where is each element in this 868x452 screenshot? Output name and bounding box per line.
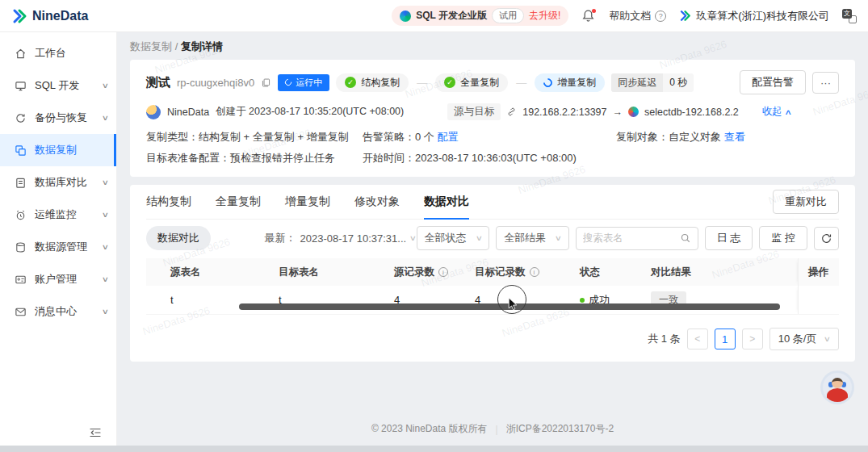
- recompare-button[interactable]: 重新对比: [773, 190, 839, 214]
- sidebar-item-ops-monitor[interactable]: 运维监控: [0, 199, 116, 231]
- ninedata-logo-icon: [11, 8, 27, 24]
- replication-object-view-link[interactable]: 查看: [724, 131, 745, 143]
- cell-actions: [798, 286, 839, 314]
- table-row[interactable]: t t 4 4 成功 一致: [146, 286, 839, 315]
- sidebar-item-workbench[interactable]: 工作台: [0, 37, 116, 69]
- result-filter-select[interactable]: 全部结果: [496, 226, 569, 250]
- page-size-select[interactable]: 10 条/页: [769, 328, 839, 350]
- alarm-icon: [15, 209, 27, 221]
- table-search-box: [576, 227, 698, 250]
- sidebar-item-account[interactable]: 账户管理: [0, 263, 116, 295]
- link-icon: [506, 107, 517, 117]
- col-result: 对比结果: [641, 266, 798, 279]
- monitor-button[interactable]: 监 控: [759, 226, 807, 250]
- mail-icon: [15, 306, 27, 318]
- sidebar-item-label: 账户管理: [35, 272, 94, 287]
- refresh-button[interactable]: [814, 227, 839, 250]
- step-full: 全量复制: [435, 73, 508, 92]
- chevron-down-icon: [102, 275, 109, 283]
- language-switch-icon[interactable]: [842, 9, 857, 23]
- help-docs[interactable]: 帮助文档: [609, 9, 666, 23]
- more-actions-button[interactable]: ···: [812, 72, 839, 94]
- horizontal-scrollbar[interactable]: [239, 303, 780, 310]
- check-circle-icon: [444, 77, 455, 88]
- customer-service-avatar[interactable]: [823, 373, 852, 402]
- sync-delay-chip: 同步延迟 0 秒: [611, 73, 694, 92]
- restore-icon: [15, 112, 27, 124]
- upgrade-link[interactable]: 去升级!: [529, 9, 560, 23]
- sidebar-item-db-compare[interactable]: 数据库对比: [0, 166, 116, 199]
- chevron-down-icon: [102, 308, 109, 316]
- latest-run-dropdown[interactable]: 最新： 2023-08-17 10:37:31...: [265, 231, 410, 245]
- notification-dot: [592, 9, 596, 13]
- col-status: 状态: [570, 266, 641, 279]
- sidebar-item-label: 备份与恢复: [35, 111, 94, 125]
- notification-bell-icon[interactable]: [581, 9, 596, 23]
- step-structure: 结构复制: [336, 73, 409, 92]
- status-filter-select[interactable]: 全部状态: [417, 226, 490, 250]
- home-icon: [15, 48, 27, 60]
- brand-name: NineData: [32, 9, 88, 23]
- info-icon[interactable]: [438, 267, 448, 277]
- company-name: 玖章算术(浙江)科技有限公司: [696, 9, 829, 23]
- detail-panel-card: 结构复制 全量复制 增量复制 修改对象 数据对比 重新对比 数据对比 最新： 2…: [130, 185, 855, 362]
- target-address[interactable]: selectdb-192.168.2.2: [644, 107, 739, 118]
- source-target-label: 源与目标: [447, 103, 501, 120]
- search-icon[interactable]: [680, 232, 691, 244]
- source-address[interactable]: 192.168.2.2:13397: [522, 107, 606, 118]
- org-switcher[interactable]: 玖章算术(浙江)科技有限公司: [679, 9, 829, 23]
- current-page[interactable]: 1: [715, 329, 736, 349]
- id-card-icon: [15, 274, 27, 286]
- tab-data-compare[interactable]: 数据对比: [424, 185, 469, 219]
- sidebar-item-label: 运维监控: [35, 207, 94, 222]
- chevron-down-icon: [102, 211, 109, 219]
- next-page-button[interactable]: >: [742, 329, 763, 349]
- tab-modify-objects[interactable]: 修改对象: [354, 185, 400, 219]
- breadcrumb-parent[interactable]: 数据复制: [130, 40, 172, 52]
- tab-incremental-replication[interactable]: 增量复制: [285, 185, 330, 219]
- alert-policy-config-link[interactable]: 配置: [437, 131, 458, 143]
- step-connector: [417, 77, 427, 89]
- caret-down-icon: [824, 335, 831, 343]
- sidebar-item-label: SQL 开发: [35, 78, 94, 93]
- sidebar-item-backup[interactable]: 备份与恢复: [0, 102, 116, 134]
- log-button[interactable]: 日 志: [705, 226, 753, 250]
- pagination: 共 1 条 < 1 > 10 条/页: [146, 328, 839, 350]
- tab-full-replication[interactable]: 全量复制: [216, 185, 261, 219]
- question-circle-icon: [655, 10, 666, 22]
- chevron-down-icon: [102, 243, 109, 251]
- sidebar-item-messages[interactable]: 消息中心: [0, 295, 116, 328]
- info-icon[interactable]: [530, 267, 539, 277]
- icp-text[interactable]: 浙ICP备2022013170号-2: [506, 422, 614, 436]
- col-target-records: 目标记录数: [465, 266, 570, 279]
- step-incremental: 增量复制: [535, 73, 605, 92]
- sidebar-item-sql-dev[interactable]: SQL 开发: [0, 69, 116, 102]
- window-bottom-band: [0, 446, 868, 452]
- search-input[interactable]: [583, 232, 680, 244]
- col-actions: 操作: [798, 258, 839, 286]
- data-compare-chip[interactable]: 数据对比: [146, 226, 211, 250]
- help-label: 帮助文档: [609, 9, 651, 23]
- breadcrumb-separator: /: [175, 40, 178, 52]
- sidebar-item-datasource[interactable]: 数据源管理: [0, 231, 116, 263]
- configure-alert-button[interactable]: 配置告警: [740, 70, 806, 94]
- caret-down-icon: [409, 234, 417, 242]
- tab-structure-replication[interactable]: 结构复制: [146, 185, 191, 219]
- collapse-link[interactable]: 收起: [762, 105, 791, 119]
- breadcrumb-current: 复制详情: [181, 40, 223, 52]
- task-name: 测试: [146, 75, 170, 90]
- trial-badge: 试用: [492, 8, 524, 23]
- refresh-icon: [820, 232, 832, 245]
- chevron-down-icon: [102, 178, 109, 186]
- prev-page-button[interactable]: <: [687, 329, 708, 349]
- main-content: 数据复制 / 复制详情 测试 rp-cuugxehqi8v0 运行中 结构复制 …: [117, 32, 868, 446]
- sidebar-nav: 工作台 SQL 开发 备份与恢复 数据复制 数据库对比 运维监控 数据源管理 账…: [0, 32, 117, 446]
- plan-pill[interactable]: SQL 开发企业版 试用 去升级!: [392, 6, 568, 26]
- field-alert-policy: 告警策略：0 个 配置: [363, 130, 616, 144]
- sidebar-collapse-icon[interactable]: [89, 426, 102, 439]
- top-header: NineData SQL 开发企业版 试用 去升级! 帮助文档 玖章算术(浙江)…: [0, 0, 868, 32]
- brand-logo[interactable]: NineData: [11, 8, 88, 24]
- sidebar-item-replication[interactable]: 数据复制: [0, 134, 116, 166]
- field-replication-type: 复制类型：结构复制 + 全量复制 + 增量复制: [146, 130, 363, 144]
- copy-icon[interactable]: [261, 77, 271, 88]
